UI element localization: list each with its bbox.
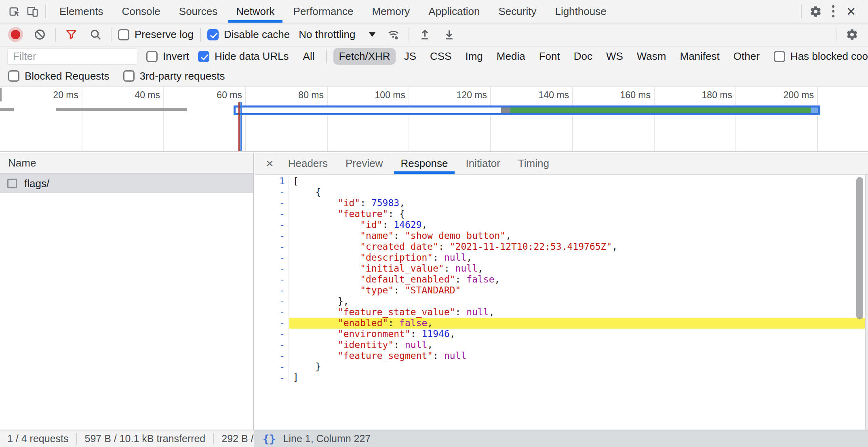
token-pun: :: [394, 285, 405, 295]
type-filter-manifest[interactable]: Manifest: [675, 48, 725, 65]
pretty-print-icon[interactable]: {}: [263, 432, 276, 445]
type-filter-other[interactable]: Other: [728, 48, 765, 65]
kebab-menu-icon[interactable]: [824, 2, 842, 20]
tab-network[interactable]: Network: [227, 0, 284, 23]
code-text: "created_date": "2021-11-12T10:22:53.419…: [289, 241, 868, 252]
invert-checkbox[interactable]: Invert: [146, 50, 189, 63]
type-filter-font[interactable]: Font: [534, 48, 565, 65]
token-key: "initial_value": [360, 263, 444, 274]
fold-marker[interactable]: -: [255, 209, 289, 219]
code-line-1: 1[: [255, 176, 868, 187]
network-conditions-icon[interactable]: [384, 26, 402, 44]
fold-marker[interactable]: -: [255, 296, 289, 307]
fold-marker[interactable]: -: [255, 274, 289, 285]
code-line-11: - "type": "STANDARD": [255, 285, 868, 296]
code-line-12: - },: [255, 296, 868, 307]
token-key: "id": [338, 198, 360, 208]
fold-marker[interactable]: -: [255, 230, 289, 241]
settings-gear-icon[interactable]: [807, 2, 824, 20]
network-overview[interactable]: 20 ms40 ms60 ms80 ms100 ms120 ms140 ms16…: [0, 87, 868, 152]
type-filter-ws[interactable]: WS: [601, 48, 628, 65]
type-filter-fetch-xhr[interactable]: Fetch/XHR: [333, 48, 395, 65]
export-har-icon[interactable]: [440, 26, 458, 44]
type-filter-doc[interactable]: Doc: [569, 48, 598, 65]
tab-security[interactable]: Security: [489, 0, 546, 23]
filter-funnel-icon[interactable]: [62, 26, 80, 44]
hide-data-urls-checkbox[interactable]: Hide data URLs: [198, 50, 289, 63]
request-checkbox[interactable]: [7, 179, 17, 188]
overview-tick-label: 100 ms: [341, 90, 405, 101]
type-filter-js[interactable]: JS: [399, 48, 421, 65]
fold-marker[interactable]: -: [255, 219, 289, 230]
column-header-name[interactable]: Name: [0, 153, 253, 174]
filter-input[interactable]: [7, 48, 137, 65]
type-filter-css[interactable]: CSS: [425, 48, 457, 65]
token-pun: ,: [422, 219, 428, 230]
type-filter-img[interactable]: Img: [460, 48, 488, 65]
overview-gridline: [817, 87, 818, 151]
close-detail-icon[interactable]: ×: [260, 153, 279, 174]
type-filter-wasm[interactable]: Wasm: [632, 48, 672, 65]
detail-tab-preview[interactable]: Preview: [337, 153, 392, 174]
record-network-log-button[interactable]: [6, 26, 24, 44]
blocked-requests-checkbox[interactable]: Blocked Requests: [8, 70, 110, 82]
import-har-icon[interactable]: [416, 26, 434, 44]
third-party-requests-checkbox[interactable]: 3rd-party requests: [123, 70, 225, 82]
detail-tab-timing[interactable]: Timing: [509, 153, 558, 174]
close-devtools-icon[interactable]: ×: [842, 2, 860, 20]
fold-marker[interactable]: -: [255, 361, 289, 372]
search-icon[interactable]: [86, 26, 104, 44]
fold-marker[interactable]: -: [255, 263, 289, 274]
token-pun: [293, 339, 338, 350]
code-text: "feature_state_value": null,: [289, 307, 868, 318]
throttling-value: No throttling: [299, 28, 355, 41]
fold-marker[interactable]: -: [255, 350, 289, 361]
has-blocked-cookies-checkbox[interactable]: Has blocked cookies: [774, 50, 868, 63]
token-atm: null: [466, 307, 489, 317]
fold-marker[interactable]: -: [255, 339, 289, 350]
scrollbar[interactable]: [856, 177, 863, 319]
preserve-log-checkbox[interactable]: Preserve log: [118, 28, 194, 41]
tab-lighthouse[interactable]: Lighthouse: [546, 0, 615, 23]
overview-request-bar: [56, 108, 187, 111]
request-row-flags[interactable]: flags/: [0, 174, 253, 193]
tab-performance[interactable]: Performance: [284, 0, 363, 23]
device-toolbar-icon[interactable]: [23, 2, 41, 20]
token-pun: [293, 198, 338, 208]
tab-elements[interactable]: Elements: [50, 0, 112, 23]
tab-application[interactable]: Application: [419, 0, 489, 23]
fold-marker[interactable]: -: [255, 241, 289, 252]
fold-marker[interactable]: -: [255, 307, 289, 318]
fold-marker[interactable]: -: [255, 318, 289, 329]
fold-marker[interactable]: -: [255, 198, 289, 209]
token-pun: ,: [495, 274, 500, 285]
tab-console[interactable]: Console: [112, 0, 169, 23]
fold-marker[interactable]: -: [255, 187, 289, 198]
response-content[interactable]: 1[- {- "id": 75983,- "feature": {- "id":…: [255, 175, 868, 430]
clear-network-log-icon[interactable]: [31, 26, 48, 44]
overview-tick-label: 200 ms: [749, 90, 814, 101]
tab-memory[interactable]: Memory: [362, 0, 419, 23]
detail-tab-initiator[interactable]: Initiator: [457, 153, 509, 174]
detail-tab-response[interactable]: Response: [392, 153, 457, 174]
line-number[interactable]: 1: [255, 176, 289, 187]
summary-item: 1 / 4 requests: [7, 433, 68, 445]
token-key: "created_date": [360, 241, 438, 252]
type-filter-media[interactable]: Media: [491, 48, 531, 65]
type-filter-all[interactable]: All: [298, 48, 320, 65]
token-pun: :: [394, 230, 405, 241]
divider: [836, 28, 836, 42]
token-pun: }: [293, 361, 321, 372]
request-name: flags/: [24, 177, 49, 190]
fold-marker[interactable]: -: [255, 252, 289, 263]
network-settings-gear-icon[interactable]: [843, 26, 861, 44]
fold-marker[interactable]: -: [255, 329, 289, 339]
tab-sources[interactable]: Sources: [170, 0, 227, 23]
throttling-select[interactable]: No throttling: [296, 28, 378, 41]
fold-marker[interactable]: -: [255, 285, 289, 296]
token-key: "name": [360, 230, 394, 241]
fold-marker[interactable]: -: [255, 372, 289, 383]
disable-cache-checkbox[interactable]: Disable cache: [207, 28, 290, 41]
detail-tab-headers[interactable]: Headers: [279, 153, 337, 174]
inspect-element-icon[interactable]: [6, 2, 23, 20]
